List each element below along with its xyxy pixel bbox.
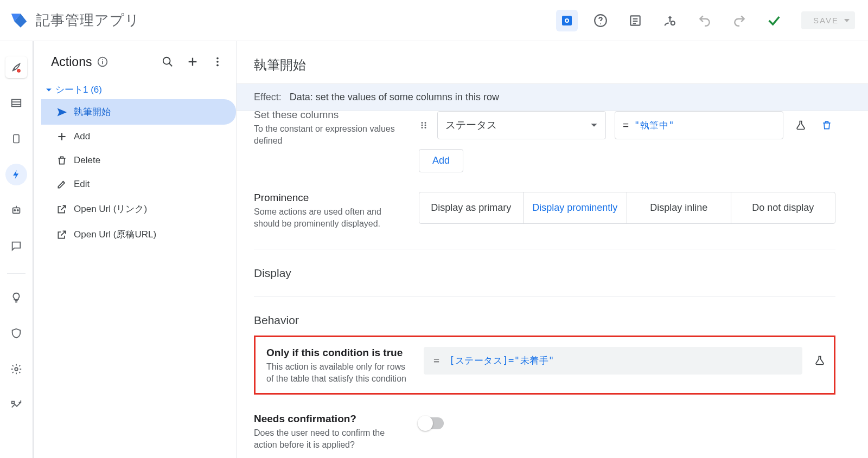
confirm-toggle[interactable]	[419, 417, 444, 429]
delete-row-icon[interactable]	[818, 117, 835, 134]
rail-launch-icon[interactable]	[5, 56, 27, 78]
condition-desc: This action is available only for rows o…	[266, 361, 411, 385]
info-icon[interactable]	[97, 56, 108, 67]
action-item-shippitsu-kaishi[interactable]: 執筆開始	[41, 99, 236, 125]
drag-handle-icon[interactable]	[419, 120, 429, 130]
behavior-section-header[interactable]: Behavior	[254, 306, 835, 336]
share-icon[interactable]	[658, 9, 682, 33]
rail-automation-icon[interactable]	[5, 199, 27, 221]
svg-point-40	[422, 127, 423, 128]
svg-point-10	[671, 21, 675, 25]
validate-icon[interactable]	[762, 9, 786, 33]
rail-ideas-icon[interactable]	[5, 287, 27, 308]
rail-settings-icon[interactable]	[5, 358, 27, 380]
notes-icon[interactable]	[623, 9, 647, 33]
sidebar-title: Actions	[51, 55, 92, 69]
confirm-desc: Does the user need to confirm the action…	[254, 427, 406, 451]
action-title: 執筆開始	[237, 41, 868, 84]
action-item-delete[interactable]: Delete	[41, 149, 236, 172]
rail-views-icon[interactable]	[5, 128, 27, 150]
flask-icon[interactable]	[792, 117, 809, 134]
send-icon	[56, 107, 67, 118]
rail-chat-icon[interactable]	[5, 235, 27, 257]
prominence-option-prominent[interactable]: Display prominently	[524, 192, 628, 223]
svg-point-27	[163, 57, 170, 64]
svg-rect-14	[12, 100, 21, 107]
svg-point-31	[216, 57, 219, 60]
svg-point-39	[425, 125, 426, 126]
external-link-icon	[56, 204, 67, 215]
external-link-icon	[56, 229, 67, 240]
svg-point-2	[566, 20, 568, 22]
sheet-group[interactable]: シート1 (6)	[41, 80, 236, 99]
effect-summary[interactable]: Effect: Data: set the values of some col…	[237, 84, 868, 111]
rail-manage-icon[interactable]	[5, 394, 27, 416]
column-select[interactable]: ステータス	[437, 111, 606, 139]
prominence-desc: Some actions are used often and should b…	[254, 206, 406, 230]
svg-point-33	[216, 64, 219, 67]
prominence-option-none[interactable]: Do not display	[731, 192, 835, 223]
set-columns-title: Set these columns	[254, 111, 406, 121]
more-icon[interactable]	[209, 53, 226, 70]
svg-point-37	[425, 122, 426, 124]
search-icon[interactable]	[159, 53, 176, 70]
preview-icon[interactable]	[556, 10, 578, 31]
svg-point-11	[14, 69, 15, 70]
action-item-edit[interactable]: Edit	[41, 172, 236, 196]
svg-rect-17	[14, 135, 19, 143]
action-item-add[interactable]: Add	[41, 125, 236, 149]
display-section-header[interactable]: Display	[254, 259, 835, 288]
svg-point-38	[422, 125, 423, 126]
condition-expression-input[interactable]: = [ステータス]="未着手"	[424, 347, 802, 375]
prominence-option-inline[interactable]: Display inline	[627, 192, 731, 223]
svg-point-19	[14, 210, 15, 211]
action-item-open-url-link[interactable]: Open Url (リンク)	[41, 196, 236, 222]
prominence-option-primary[interactable]: Display as primary	[419, 192, 524, 223]
condition-title: Only if this condition is true	[266, 347, 411, 359]
set-columns-desc: To the constant or expression values def…	[254, 123, 406, 147]
action-item-open-url-genkou[interactable]: Open Url (原稿URL)	[41, 222, 236, 247]
svg-point-32	[216, 61, 219, 63]
value-expression-input[interactable]: = "執筆中"	[615, 111, 783, 139]
add-column-button[interactable]: Add	[419, 149, 463, 172]
app-title: 記事管理アプリ	[36, 11, 140, 30]
confirm-title: Needs confirmation?	[254, 413, 406, 425]
svg-point-36	[422, 122, 423, 124]
trash-icon	[56, 155, 67, 166]
rail-security-icon[interactable]	[5, 322, 27, 344]
svg-line-28	[169, 63, 173, 67]
condition-highlight-box: Only if this condition is true This acti…	[254, 336, 835, 395]
save-button[interactable]: SAVE	[801, 11, 855, 29]
undo-icon[interactable]	[693, 9, 717, 33]
svg-point-41	[425, 127, 426, 128]
add-icon[interactable]	[184, 53, 201, 70]
plus-icon	[56, 131, 67, 142]
appsheet-logo-icon	[10, 11, 28, 30]
chevron-down-icon	[590, 121, 598, 129]
rail-data-icon[interactable]	[5, 92, 27, 114]
svg-point-22	[15, 367, 18, 371]
svg-point-26	[103, 59, 104, 60]
redo-icon[interactable]	[727, 9, 751, 33]
svg-point-20	[17, 210, 18, 211]
flask-icon[interactable]	[811, 352, 828, 369]
svg-point-4	[600, 23, 601, 24]
svg-rect-23	[12, 402, 15, 404]
prominence-title: Prominence	[254, 192, 406, 204]
rail-actions-icon[interactable]	[5, 164, 27, 185]
edit-icon	[56, 179, 67, 190]
help-icon[interactable]	[589, 9, 612, 33]
prominence-segmented: Display as primary Display prominently D…	[419, 192, 835, 224]
